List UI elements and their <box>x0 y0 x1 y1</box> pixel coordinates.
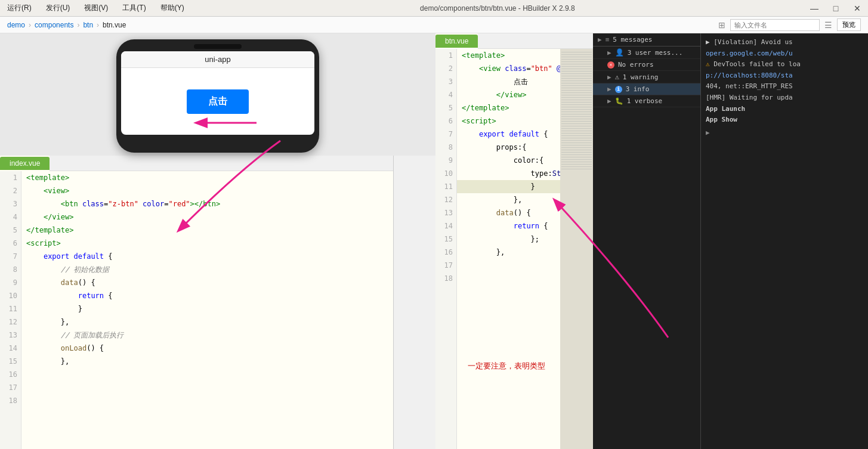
window-title: demo/components/btn/btn.vue - HBuilder X… <box>191 4 804 13</box>
console-user-messages[interactable]: ▶ 👤 3 user mess... <box>593 47 700 59</box>
breadcrumb-bar: demo › components › btn › btn.vue ⊞ ☰ 预览 <box>0 17 868 33</box>
editor-left: index.vue 123456789101112131415161718 <t… <box>0 156 394 449</box>
minimize-button[interactable]: — <box>804 0 825 17</box>
close-button[interactable]: ✕ <box>847 0 868 17</box>
console-warning[interactable]: ▶ ⚠️ 1 warning <box>593 71 700 83</box>
code-lines-left[interactable]: <template> <view> <btn class="z-btn" col… <box>21 171 393 449</box>
info-label: 3 info <box>626 85 650 93</box>
error-icon: ✕ <box>607 61 614 69</box>
window-controls: — □ ✕ <box>804 0 868 17</box>
violation-line-2: opers.google.com/web/u <box>706 48 863 59</box>
search-input[interactable] <box>730 19 820 31</box>
violation-line-4: p://localhost:8080/sta <box>706 70 863 81</box>
menu-publish[interactable]: 发行(U) <box>39 1 78 16</box>
code-lines-right[interactable]: <template> <view class="btn" @click="btn… <box>457 49 560 449</box>
minimap <box>560 49 593 449</box>
tab-btn-vue[interactable]: btn.vue <box>435 35 478 48</box>
breadcrumb-sep-3: › <box>97 21 99 29</box>
no-errors-label: No errors <box>618 61 654 69</box>
breadcrumb-btn[interactable]: btn <box>83 21 93 29</box>
messages-label: 5 messages <box>613 36 652 44</box>
bug-icon: 🐛 <box>615 97 623 105</box>
phone-notch <box>194 44 242 49</box>
warning-icon: ⚠️ <box>615 73 619 81</box>
console-messages[interactable]: ▶ ≡ 5 messages <box>593 33 700 47</box>
user-messages-label: 3 user mess... <box>628 49 683 57</box>
expand-icon-warning: ▶ <box>607 73 611 81</box>
menu-bar: 运行(R) 发行(U) 视图(V) 工具(T) 帮助(Y) demo/compo… <box>0 0 868 17</box>
tab-index-vue[interactable]: index.vue <box>0 157 50 170</box>
breadcrumb-components[interactable]: components <box>35 21 73 29</box>
warning-label: 1 warning <box>623 73 659 81</box>
phone-title: uni-app <box>121 51 314 68</box>
breadcrumb-demo[interactable]: demo <box>7 21 25 29</box>
violation-line-5: 404, net::ERR_HTTP_RES <box>706 81 863 92</box>
breadcrumb-sep-1: › <box>29 21 31 29</box>
expand-icon-info: ▶ <box>607 85 611 93</box>
phone-btn-label: 点击 <box>208 96 227 106</box>
code-area-left[interactable]: 123456789101112131415161718 <template> <… <box>0 171 393 449</box>
violation-expand[interactable]: ▶ <box>706 128 863 138</box>
line-numbers-left: 123456789101112131415161718 <box>0 171 21 449</box>
phone-click-button[interactable]: 点击 <box>187 89 249 114</box>
menu-help[interactable]: 帮助(Y) <box>153 1 191 16</box>
console-panel: ▶ ≡ 5 messages ▶ 👤 3 user mess... ✕ No e… <box>593 33 700 449</box>
menu-run[interactable]: 运行(R) <box>0 1 39 16</box>
phone-preview: uni-app 点击 <box>0 33 435 156</box>
expand-icon-verbose: ▶ <box>607 97 611 105</box>
menu-tools[interactable]: 工具(T) <box>115 1 153 16</box>
info-icon: i <box>615 86 622 93</box>
violation-app-show: App Show <box>706 114 863 125</box>
pink-arrow-phone <box>191 111 262 135</box>
user-icon: 👤 <box>615 48 624 57</box>
breadcrumb-file: btn.vue <box>103 21 126 29</box>
editor-right: btn.vue 123456789101112131415161718 <tem… <box>435 33 593 449</box>
maximize-button[interactable]: □ <box>825 0 847 17</box>
breadcrumb-sep-2: › <box>77 21 79 29</box>
violation-line-6: [HMR] Waiting for upda <box>706 92 863 103</box>
editor-tab-left: index.vue <box>0 156 393 171</box>
console-info[interactable]: ▶ i 3 info <box>593 83 700 95</box>
expand-icon-user: ▶ <box>607 49 611 57</box>
line-numbers-right: 123456789101112131415161718 <box>435 49 457 449</box>
console-no-errors[interactable]: ✕ No errors <box>593 59 700 71</box>
search-box: ⊞ ☰ 预览 <box>718 18 861 31</box>
code-area-right[interactable]: 123456789101112131415161718 <template> <… <box>435 49 593 449</box>
violation-line-1: ▶ [Violation] Avoid us <box>706 37 863 48</box>
verbose-label: 1 verbose <box>627 97 663 105</box>
sort-icon[interactable]: ☰ <box>824 20 832 30</box>
editor-tab-right: btn.vue <box>435 33 593 49</box>
annotation-label: 一定要注意，表明类型 <box>468 361 545 371</box>
violation-app-launch: App Launch <box>706 104 863 114</box>
console-verbose[interactable]: ▶ 🐛 1 verbose <box>593 95 700 107</box>
expand-icon-messages: ▶ <box>598 36 602 44</box>
violation-panel: ▶ [Violation] Avoid us opers.google.com/… <box>700 33 868 449</box>
menu-view[interactable]: 视图(V) <box>77 1 115 16</box>
phone-frame: uni-app 点击 <box>116 39 319 153</box>
violation-line-3: ⚠ DevTools failed to loa <box>706 59 863 70</box>
preview-button[interactable]: 预览 <box>837 18 861 31</box>
filter-icon[interactable]: ⊞ <box>718 20 725 30</box>
list-icon: ≡ <box>606 36 610 44</box>
